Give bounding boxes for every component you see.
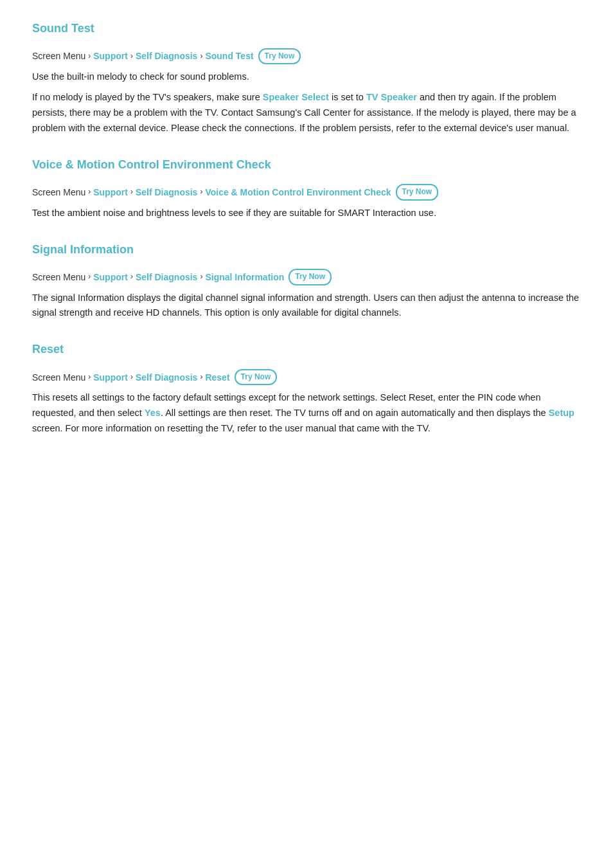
breadcrumb-reset: Screen Menu › Support › Self Diagnosis ›… <box>32 369 581 385</box>
section-reset: Reset Screen Menu › Support › Self Diagn… <box>32 340 581 437</box>
breadcrumb-signal-info[interactable]: Signal Information <box>205 270 284 284</box>
breadcrumb-voice-motion[interactable]: Voice & Motion Control Environment Check <box>205 185 391 199</box>
breadcrumb-support-4[interactable]: Support <box>93 370 128 384</box>
reset-para-1: This resets all settings to the factory … <box>32 390 581 437</box>
try-now-badge-reset[interactable]: Try Now <box>235 369 278 385</box>
breadcrumb-signal-information: Screen Menu › Support › Self Diagnosis ›… <box>32 269 581 285</box>
separator-6: › <box>200 186 202 198</box>
sound-test-para-2: If no melody is played by the TV's speak… <box>32 90 581 136</box>
try-now-badge-sound-test[interactable]: Try Now <box>258 48 301 64</box>
link-tv-speaker[interactable]: TV Speaker <box>366 92 417 102</box>
breadcrumb-self-diagnosis-1[interactable]: Self Diagnosis <box>136 49 197 63</box>
separator-1: › <box>88 50 91 62</box>
separator-4: › <box>88 186 91 198</box>
section-body-signal-information: The signal Information displays the digi… <box>32 291 581 321</box>
separator-8: › <box>130 271 133 283</box>
section-title-voice-motion: Voice & Motion Control Environment Check <box>32 156 581 176</box>
section-sound-test: Sound Test Screen Menu › Support › Self … <box>32 19 581 136</box>
section-title-signal-information: Signal Information <box>32 240 581 260</box>
section-signal-information: Signal Information Screen Menu › Support… <box>32 240 581 321</box>
voice-motion-para-1: Test the ambient noise and brightness le… <box>32 206 581 221</box>
breadcrumb-self-diagnosis-3[interactable]: Self Diagnosis <box>136 270 197 284</box>
separator-10: › <box>88 371 91 383</box>
try-now-badge-voice-motion[interactable]: Try Now <box>396 184 439 200</box>
section-title-reset: Reset <box>32 340 581 360</box>
link-speaker-select[interactable]: Speaker Select <box>263 92 329 102</box>
section-voice-motion: Voice & Motion Control Environment Check… <box>32 156 581 221</box>
separator-11: › <box>130 371 133 383</box>
link-setup[interactable]: Setup <box>549 408 574 418</box>
separator-2: › <box>130 50 133 62</box>
try-now-badge-signal-info[interactable]: Try Now <box>289 269 332 285</box>
breadcrumb-support-2[interactable]: Support <box>93 185 128 199</box>
section-title-sound-test: Sound Test <box>32 19 581 39</box>
breadcrumb-screen-menu-4: Screen Menu <box>32 370 85 384</box>
breadcrumb-screen-menu-2: Screen Menu <box>32 185 85 199</box>
breadcrumb-sound-test[interactable]: Sound Test <box>205 49 253 63</box>
separator-7: › <box>88 271 91 283</box>
separator-3: › <box>200 50 202 62</box>
breadcrumb-sound-test: Screen Menu › Support › Self Diagnosis ›… <box>32 48 581 64</box>
breadcrumb-screen-menu-3: Screen Menu <box>32 270 85 284</box>
section-body-sound-test: Use the built-in melody to check for sou… <box>32 69 581 136</box>
breadcrumb-voice-motion: Screen Menu › Support › Self Diagnosis ›… <box>32 184 581 200</box>
breadcrumb-self-diagnosis-4[interactable]: Self Diagnosis <box>136 370 197 384</box>
signal-info-para-1: The signal Information displays the digi… <box>32 291 581 321</box>
separator-5: › <box>130 186 133 198</box>
sound-test-para-1: Use the built-in melody to check for sou… <box>32 69 581 85</box>
breadcrumb-self-diagnosis-2[interactable]: Self Diagnosis <box>136 185 197 199</box>
separator-12: › <box>200 371 202 383</box>
breadcrumb-support-1[interactable]: Support <box>93 49 128 63</box>
page-content: Sound Test Screen Menu › Support › Self … <box>0 0 613 494</box>
separator-9: › <box>200 271 202 283</box>
breadcrumb-screen-menu-1: Screen Menu <box>32 49 85 63</box>
breadcrumb-support-3[interactable]: Support <box>93 270 128 284</box>
link-yes[interactable]: Yes <box>145 408 161 418</box>
section-body-voice-motion: Test the ambient noise and brightness le… <box>32 206 581 221</box>
breadcrumb-reset[interactable]: Reset <box>205 370 229 384</box>
section-body-reset: This resets all settings to the factory … <box>32 390 581 437</box>
